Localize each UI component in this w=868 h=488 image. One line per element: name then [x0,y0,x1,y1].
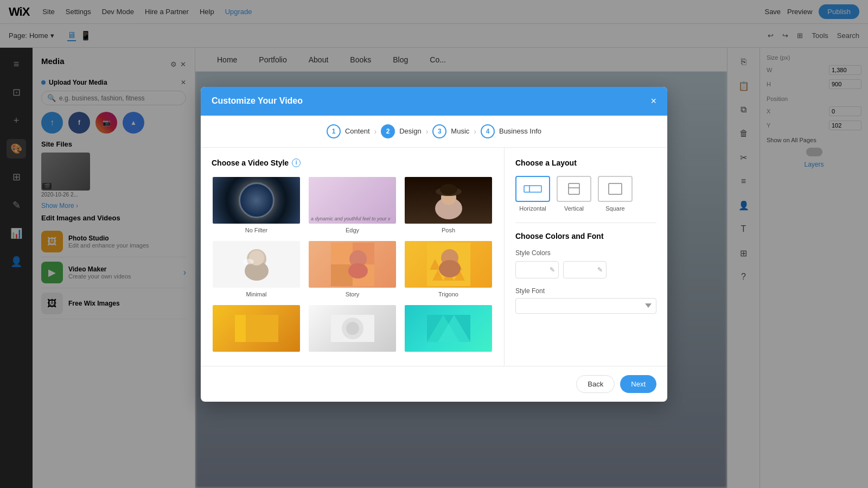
step-arrow-2: › [426,127,429,136]
square-label: Square [605,205,624,212]
step-4-circle: 4 [481,124,495,138]
no-filter-thumb [212,176,301,225]
colors-section: Choose Colors and Font Style Colors ✎ ✎ [515,232,656,278]
colors-row: ✎ ✎ [515,261,656,278]
video-style-no-filter[interactable]: No Filter [212,176,301,233]
extra2-image [309,305,396,352]
extra3-svg [427,315,470,342]
step-1-label: Content [345,127,370,135]
video-styles-title: Choose a Video Style i [212,159,493,167]
divider [515,223,656,223]
vertical-box [557,176,591,202]
square-icon [605,182,625,195]
video-style-posh[interactable]: Posh [404,176,493,233]
layout-section: Choose a Layout Horizontal [505,148,667,366]
story-image [309,241,396,288]
stepper: 1 Content › 2 Design › 3 Music › 4 Busin… [201,116,667,148]
story-label: Story [308,291,397,297]
no-filter-image [213,177,300,224]
svg-point-21 [439,260,461,277]
modal-footer: Back Next [201,366,667,402]
edgy-text: a dynamic and youthful feel to your v [311,216,391,221]
trigono-image [405,241,492,288]
style-colors-label: Style Colors [515,249,656,257]
story-thumb [308,240,397,289]
posh-label: Posh [404,227,493,233]
horizontal-label: Horizontal [519,205,546,212]
step-arrow-3: › [474,127,476,136]
trigono-label: Trigono [404,291,493,297]
video-style-extra1[interactable] [212,304,301,355]
step-3-circle: 3 [432,124,446,138]
edgy-thumb: a dynamic and youthful feel to your v [308,176,397,225]
video-style-minimal[interactable]: Minimal [212,240,301,297]
trigono-svg [427,243,470,286]
video-grid: No Filter a dynamic and youthful feel to… [212,176,493,355]
svg-rect-23 [246,315,278,342]
video-style-extra2[interactable] [308,304,397,355]
colors-font-title: Choose Colors and Font [515,232,656,240]
minimal-thumb [212,240,301,289]
step-2[interactable]: 2 Design [381,124,421,138]
layout-vertical[interactable]: Vertical [557,176,591,212]
extra1-svg [235,315,278,342]
video-styles-section: Choose a Video Style i No Filter [201,148,505,366]
svg-rect-34 [609,183,622,194]
modal-title: Customize Your Video [212,96,303,106]
extra1-image [213,305,300,352]
svg-rect-32 [569,183,579,194]
square-box [598,176,633,202]
svg-point-26 [346,322,359,335]
posh-thumb [404,176,493,225]
color-swatch-2[interactable]: ✎ [563,261,607,278]
step-4[interactable]: 4 Business Info [481,124,541,138]
layout-square[interactable]: Square [598,176,633,212]
story-svg [331,243,374,286]
no-filter-label: No Filter [212,227,301,233]
svg-point-3 [440,184,457,195]
extra1-thumb [212,304,301,353]
step-4-label: Business Info [499,127,541,135]
posh-svg [427,179,470,222]
svg-point-7 [243,259,254,264]
color-swatch-1[interactable]: ✎ [515,261,559,278]
font-select[interactable] [515,298,656,314]
font-section: Style Font [515,287,656,314]
minimal-label: Minimal [212,291,301,297]
edit-color-1-icon: ✎ [550,266,555,274]
video-style-extra3[interactable] [404,304,493,355]
minimal-image [213,241,300,288]
layout-title: Choose a Layout [515,159,656,167]
svg-point-12 [348,263,368,278]
trigono-thumb [404,240,493,289]
step-2-circle: 2 [381,124,395,138]
step-3-label: Music [451,127,469,135]
next-button[interactable]: Next [620,375,656,393]
layout-horizontal[interactable]: Horizontal [515,176,550,212]
modal-overlay: Customize Your Video × 1 Content › 2 Des… [0,0,868,488]
step-2-label: Design [399,127,421,135]
back-button[interactable]: Back [576,375,615,393]
video-style-trigono[interactable]: Trigono [404,240,493,297]
step-1[interactable]: 1 Content [327,124,370,138]
horizontal-box [515,176,550,202]
edit-color-2-icon: ✎ [597,266,603,274]
step-arrow-1: › [374,127,377,136]
modal-header: Customize Your Video × [201,87,667,116]
minimal-svg [235,243,278,286]
layout-options: Horizontal Vertical [515,176,656,212]
video-style-edgy[interactable]: a dynamic and youthful feel to your v Ed… [308,176,397,233]
step-3[interactable]: 3 Music [432,124,469,138]
customize-video-modal: Customize Your Video × 1 Content › 2 Des… [201,87,667,402]
extra2-thumb [308,304,397,353]
extra3-thumb [404,304,493,353]
modal-close-button[interactable]: × [650,96,656,107]
info-icon[interactable]: i [292,159,301,167]
video-style-story[interactable]: Story [308,240,397,297]
edgy-image: a dynamic and youthful feel to your v [309,177,396,224]
style-font-label: Style Font [515,287,656,295]
svg-rect-30 [524,186,541,192]
modal-body: Choose a Video Style i No Filter [201,148,667,366]
posh-image [405,177,492,224]
extra3-image [405,305,492,352]
